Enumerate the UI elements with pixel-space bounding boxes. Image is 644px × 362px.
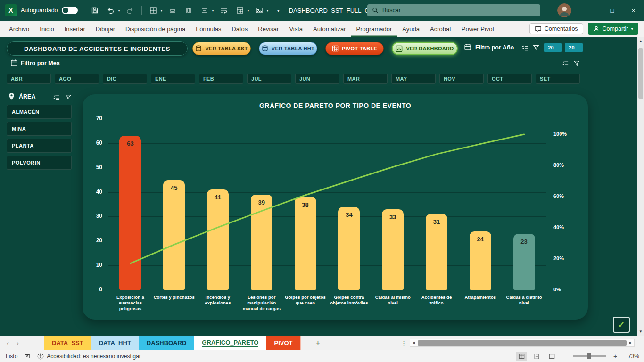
month-slicer-ago[interactable]: AGO xyxy=(55,74,99,84)
month-slicer-jun[interactable]: JUN xyxy=(295,74,339,84)
sheet-tab-dashboard[interactable]: DASHBOARD xyxy=(139,336,195,350)
confirm-button[interactable]: ✓ xyxy=(613,317,630,333)
undo-dropdown-icon[interactable]: ▾ xyxy=(118,8,120,13)
month-slicer-oct[interactable]: OCT xyxy=(487,74,532,84)
menu-tab-programador[interactable]: Programador xyxy=(351,21,397,37)
clear-filter-icon[interactable] xyxy=(65,94,72,100)
month-slicer-may[interactable]: MAY xyxy=(391,74,436,84)
horizontal-scrollbar[interactable]: ◄ ► xyxy=(410,339,635,347)
autosave-toggle[interactable] xyxy=(62,7,78,14)
multi-select-icon[interactable] xyxy=(521,44,528,51)
add-sheet-button[interactable]: + xyxy=(309,336,327,350)
menu-tab-disposicion-de-pagina[interactable]: Disposición de página xyxy=(120,21,190,37)
zoom-knob[interactable] xyxy=(587,353,591,359)
toolbar-overflow-icon[interactable]: ▾ xyxy=(277,8,280,13)
area-slicer-planta[interactable]: PLANTA xyxy=(7,139,72,153)
menu-tab-vista[interactable]: Vista xyxy=(284,21,308,37)
avatar[interactable] xyxy=(557,3,571,17)
ver-tabla-sst-button[interactable]: VER TABLA SST xyxy=(192,42,251,55)
menu-tab-datos[interactable]: Datos xyxy=(226,21,253,37)
ver-dashboard-button[interactable]: VER DASHBOARD xyxy=(392,42,458,55)
month-slicer-ene[interactable]: ENE xyxy=(151,74,195,84)
sheet-tab-grafico-pareto[interactable]: GRAFICO_PARETO xyxy=(194,336,266,350)
menu-tab-dibujar[interactable]: Dibujar xyxy=(91,21,120,37)
area-slicer-almacen[interactable]: ALMACÉN xyxy=(7,105,72,119)
align-center-icon[interactable] xyxy=(198,4,211,16)
redo-icon[interactable] xyxy=(124,4,136,16)
zoom-slider[interactable] xyxy=(573,355,606,357)
multi-select-icon[interactable] xyxy=(53,94,60,101)
year-slicer-button-1[interactable]: 20... xyxy=(544,43,562,52)
menu-tab-archivo[interactable]: Archivo xyxy=(4,21,34,37)
insert-picture-icon[interactable] xyxy=(253,4,265,16)
menu-tab-formulas[interactable]: Fórmulas xyxy=(190,21,226,37)
close-button[interactable]: × xyxy=(623,0,644,21)
sheet-nav-left-icon[interactable]: ‹ xyxy=(7,339,9,347)
clear-filter-icon[interactable] xyxy=(573,60,580,66)
record-macro-icon[interactable] xyxy=(24,353,31,360)
scroll-down-icon[interactable]: ▼ xyxy=(637,329,644,334)
multi-select-icon[interactable] xyxy=(562,60,569,67)
titlebar: X Autoguardado ▾ ▾ xyxy=(0,0,644,21)
zoom-out-icon[interactable]: – xyxy=(561,353,568,360)
area-slicer-polvorin[interactable]: POLVORIN xyxy=(7,156,72,170)
borders-dropdown-icon[interactable]: ▾ xyxy=(161,8,163,13)
accessibility-status[interactable]: Accesibilidad: es necesario investigar xyxy=(37,353,140,360)
page-break-view-icon[interactable] xyxy=(546,352,557,361)
menu-tab-automatizar[interactable]: Automatizar xyxy=(308,21,351,37)
scroll-up-icon[interactable]: ▲ xyxy=(637,39,644,43)
month-slicer-dic[interactable]: DIC xyxy=(103,74,147,84)
excel-app-icon[interactable]: X xyxy=(5,4,17,16)
scroll-right-icon[interactable]: ► xyxy=(628,340,633,345)
sheet-tab-data-hht[interactable]: DATA_HHT xyxy=(91,336,139,350)
page-layout-view-icon[interactable] xyxy=(531,352,542,361)
share-button[interactable]: Compartir ▾ xyxy=(588,23,638,35)
wrap-text-icon[interactable] xyxy=(218,4,230,16)
tabbar-overflow-icon[interactable]: ⋮ xyxy=(401,336,407,350)
distribute-rows-icon[interactable] xyxy=(166,4,179,16)
align-dropdown-icon[interactable]: ▾ xyxy=(212,8,214,13)
distribute-columns-icon[interactable] xyxy=(182,4,195,16)
search-input[interactable]: Buscar xyxy=(367,4,540,16)
save-icon[interactable] xyxy=(89,4,101,16)
minimize-button[interactable]: – xyxy=(580,0,602,21)
insert-table-icon[interactable] xyxy=(234,4,246,16)
table-dropdown-icon[interactable]: ▾ xyxy=(248,8,249,13)
month-slicer-jul[interactable]: JUL xyxy=(247,74,291,84)
pivot-table-button[interactable]: PIVOT TABLE xyxy=(325,42,384,55)
normal-view-icon[interactable] xyxy=(516,352,527,361)
menu-tab-ayuda[interactable]: Ayuda xyxy=(397,21,425,37)
sheet-tab-pivot[interactable]: PIVOT xyxy=(266,336,300,350)
scrollbar-thumb[interactable] xyxy=(638,48,643,99)
month-slicer-abr[interactable]: ABR xyxy=(7,74,51,84)
month-slicer-feb[interactable]: FEB xyxy=(199,74,243,84)
sheet-nav-right-icon[interactable]: › xyxy=(17,339,19,347)
y-axis-tick: 30 xyxy=(83,213,102,219)
area-slicer-mina[interactable]: MINA xyxy=(7,122,72,136)
month-slicer-set[interactable]: SET xyxy=(536,74,580,84)
month-slicer-nov[interactable]: NOV xyxy=(439,74,484,84)
month-slicer: ABRAGODICENEFEBJULJUNMARMAYNOVOCTSET xyxy=(7,74,580,84)
maximize-button[interactable]: □ xyxy=(602,0,623,21)
menu-tab-power-pivot[interactable]: Power Pivot xyxy=(456,21,499,37)
borders-icon[interactable] xyxy=(147,4,159,16)
sheet-tab-data-sst[interactable]: DATA_SST xyxy=(44,336,91,350)
picture-dropdown-icon[interactable]: ▾ xyxy=(267,8,269,13)
month-slicer-mar[interactable]: MAR xyxy=(343,74,388,84)
menu-tab-acrobat[interactable]: Acrobat xyxy=(425,21,456,37)
zoom-in-icon[interactable]: + xyxy=(612,353,619,360)
vertical-scrollbar[interactable]: ▲ ▼ xyxy=(637,37,644,336)
scroll-left-icon[interactable]: ◄ xyxy=(412,340,416,345)
scrollbar-thumb[interactable] xyxy=(418,340,627,346)
undo-icon[interactable] xyxy=(105,4,117,16)
year-slicer-button-2[interactable]: 20... xyxy=(565,43,583,52)
y-axis-tick: 70 xyxy=(83,115,102,122)
comments-button[interactable]: Comentarios xyxy=(529,23,583,34)
menu-tab-insertar[interactable]: Insertar xyxy=(59,21,91,37)
menu-tab-revisar[interactable]: Revisar xyxy=(253,21,284,37)
area-filter-label: ÁREA xyxy=(19,93,35,100)
ver-tabla-hht-button[interactable]: VER TABLA HHT xyxy=(259,42,317,55)
clear-filter-icon[interactable] xyxy=(533,44,539,51)
menu-tab-inicio[interactable]: Inicio xyxy=(34,21,59,37)
button-label: PIVOT TABLE xyxy=(342,46,377,51)
